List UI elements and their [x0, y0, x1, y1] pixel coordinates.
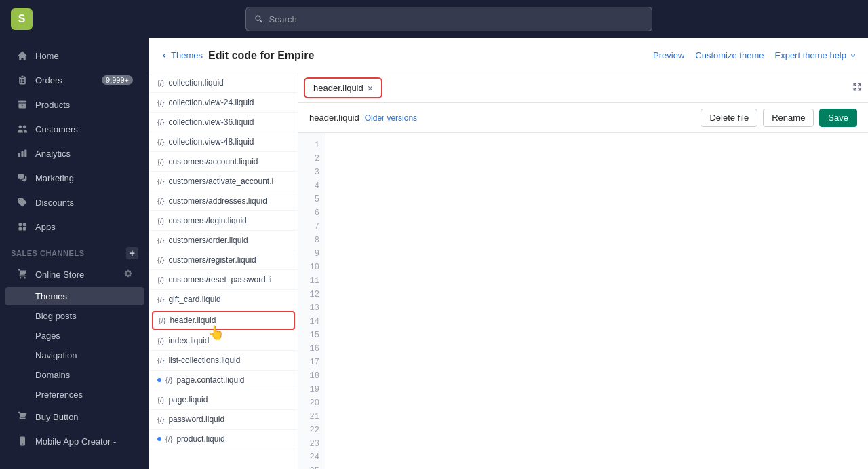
sidebar-item-marketing-label: Marketing — [35, 173, 74, 183]
content-area: Themes Edit code for Empire Preview Cust… — [149, 38, 868, 469]
liquid-file-icon: {/} — [157, 396, 164, 404]
sidebar-item-home[interactable]: Home — [5, 44, 144, 67]
liquid-file-icon: {/} — [157, 138, 164, 146]
file-item-collection-36[interactable]: {/} collection.view-36.liquid — [149, 113, 298, 132]
sidebar-item-orders-label: Orders — [35, 75, 62, 86]
liquid-file-icon: {/} — [157, 118, 164, 126]
customers-icon — [16, 123, 28, 135]
sidebar-item-online-store[interactable]: Online Store — [5, 263, 144, 286]
liquid-file-icon: {/} — [157, 256, 164, 264]
analytics-icon — [16, 147, 28, 160]
sidebar-item-customers[interactable]: Customers — [5, 117, 144, 140]
liquid-file-icon: {/} — [157, 276, 164, 284]
tab-filename: header.liquid — [313, 83, 363, 93]
settings-icon[interactable] — [123, 269, 133, 280]
liquid-file-icon: {/} — [157, 337, 164, 345]
file-item-collection-48[interactable]: {/} collection.view-48.liquid — [149, 132, 298, 152]
line-numbers: 1234567891011121314151617181920212223242… — [298, 133, 326, 469]
customize-theme-link[interactable]: Customize theme — [695, 50, 764, 60]
liquid-file-icon: {/} — [157, 177, 164, 185]
delete-file-button[interactable]: Delete file — [701, 109, 757, 127]
sidebar: Home Orders 9,999+ Products Customers — [0, 38, 149, 469]
products-icon — [16, 98, 28, 111]
liquid-file-icon: {/} — [165, 376, 172, 384]
code-container[interactable]: 1234567891011121314151617181920212223242… — [298, 133, 868, 469]
file-item-customers-addresses[interactable]: {/} customers/addresses.liquid — [149, 191, 298, 211]
search-bar[interactable] — [245, 7, 652, 31]
file-item-customers-register[interactable]: {/} customers/register.liquid — [149, 250, 298, 270]
buy-button-icon — [16, 411, 28, 423]
liquid-file-icon: {/} — [157, 236, 164, 244]
tab-close-button[interactable]: × — [368, 83, 373, 93]
breadcrumb-back-link[interactable]: Themes — [160, 50, 203, 60]
file-item-list-collections[interactable]: {/} list-collections.liquid — [149, 351, 298, 371]
sidebar-item-apps[interactable]: Apps — [5, 215, 144, 238]
store-icon — [16, 268, 28, 280]
sidebar-item-apps-label: Apps — [35, 222, 56, 232]
liquid-file-icon: {/} — [157, 157, 164, 166]
file-item-gift-card[interactable]: {/} gift_card.liquid — [149, 290, 298, 309]
editor-filename: header.liquid — [309, 113, 359, 123]
rename-button[interactable]: Rename — [763, 109, 814, 127]
top-navigation: S — [0, 0, 868, 38]
file-item-product[interactable]: {/} product.liquid — [149, 430, 298, 449]
file-item-customers-account[interactable]: {/} customers/account.liquid — [149, 152, 298, 172]
search-icon — [254, 14, 263, 24]
save-button[interactable]: Save — [819, 109, 857, 127]
liquid-file-icon: {/} — [157, 415, 164, 424]
submenu-item-blog-posts[interactable]: Blog posts — [5, 307, 144, 325]
sales-channels-header: SALES CHANNELS + — [0, 239, 149, 262]
file-item-password[interactable]: {/} password.liquid — [149, 410, 298, 430]
editor-layout: {/} collection.liquid {/} collection.vie… — [149, 73, 868, 469]
sidebar-item-analytics[interactable]: Analytics — [5, 142, 144, 165]
dot-indicator — [157, 437, 161, 441]
search-input[interactable] — [269, 14, 644, 24]
shopify-logo: S — [11, 8, 33, 30]
sidebar-item-buy-button[interactable]: Buy Button — [5, 405, 144, 428]
liquid-file-icon: {/} — [157, 356, 164, 364]
file-item-collection-24[interactable]: {/} collection.view-24.liquid — [149, 93, 298, 113]
home-icon — [16, 50, 28, 62]
liquid-file-icon: {/} — [157, 295, 164, 303]
dot-indicator — [157, 378, 161, 382]
chevron-down-icon — [849, 52, 857, 60]
file-item-customers-reset[interactable]: {/} customers/reset_password.li — [149, 270, 298, 290]
liquid-file-icon: {/} — [159, 316, 165, 324]
submenu-item-pages[interactable]: Pages — [5, 326, 144, 345]
liquid-file-icon: {/} — [157, 79, 164, 87]
file-list-panel: {/} collection.liquid {/} collection.vie… — [149, 73, 298, 469]
sidebar-item-analytics-label: Analytics — [35, 149, 71, 159]
liquid-file-icon: {/} — [157, 217, 164, 225]
file-item-customers-order[interactable]: {/} customers/order.liquid — [149, 231, 298, 250]
sidebar-item-marketing[interactable]: Marketing — [5, 166, 144, 189]
submenu-item-preferences[interactable]: Preferences — [5, 386, 144, 404]
liquid-file-icon: {/} — [157, 98, 164, 107]
liquid-file-icon: {/} — [165, 435, 172, 443]
expert-help-button[interactable]: Expert theme help — [774, 50, 857, 60]
breadcrumb-current: Edit code for Empire — [208, 50, 314, 62]
sidebar-item-products[interactable]: Products — [5, 93, 144, 116]
editor-actions: Delete file Rename Save — [701, 109, 857, 127]
file-item-customers-login[interactable]: {/} customers/login.liquid — [149, 211, 298, 231]
file-item-page[interactable]: {/} page.liquid — [149, 390, 298, 410]
file-item-page-contact[interactable]: {/} page.contact.liquid — [149, 371, 298, 390]
expand-icon[interactable] — [852, 81, 863, 95]
sidebar-item-orders[interactable]: Orders 9,999+ — [5, 69, 144, 92]
orders-icon — [16, 74, 28, 86]
file-item-collection[interactable]: {/} collection.liquid — [149, 73, 298, 93]
older-versions-link[interactable]: Older versions — [365, 113, 417, 123]
sidebar-item-mobile-app[interactable]: Mobile App Creator - — [5, 430, 144, 453]
sidebar-item-discounts[interactable]: Discounts — [5, 191, 144, 214]
file-item-index[interactable]: {/} index.liquid — [149, 331, 298, 351]
file-tab-header[interactable]: header.liquid × — [304, 77, 382, 98]
code-content[interactable] — [326, 133, 868, 469]
submenu-item-domains[interactable]: Domains — [5, 366, 144, 384]
file-item-header[interactable]: {/} header.liquid — [152, 311, 295, 330]
add-sales-channel-button[interactable]: + — [126, 247, 138, 259]
sidebar-item-home-label: Home — [35, 51, 59, 61]
preview-link[interactable]: Preview — [653, 50, 684, 60]
breadcrumb-bar: Themes Edit code for Empire Preview Cust… — [149, 38, 868, 73]
file-item-customers-activate[interactable]: {/} customers/activate_account.l — [149, 172, 298, 191]
submenu-item-themes[interactable]: Themes — [5, 287, 144, 305]
submenu-item-navigation[interactable]: Navigation — [5, 346, 144, 364]
